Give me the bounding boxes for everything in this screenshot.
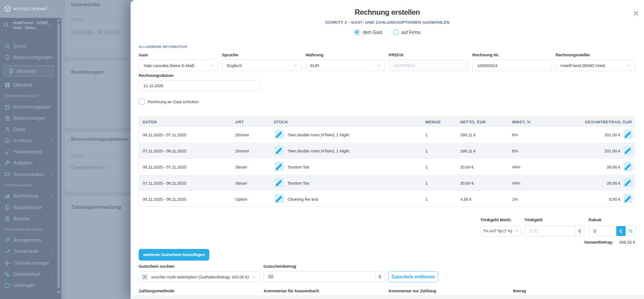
cell-stueck: Tourism Tax [288,164,309,169]
betrag-label: Betrag [513,288,526,293]
prefix-input[interactable]: MYPREFIX- [389,59,468,71]
sidebar-item-label: Zimmertarife [13,249,38,254]
cell-daten: 07.11.2025 - 08.11.2025 [143,181,186,185]
cell-menge: 1 [425,132,428,137]
edit-item-icon[interactable] [275,178,284,187]
sidebar-item-reservierungsplan[interactable]: Reservierungsplan [0,101,56,113]
tip-amount-input[interactable]: 0.00 € [524,226,585,236]
sidebar-item-benachrichtigungen[interactable]: Benachrichtigungen [0,52,56,63]
field-rechnungssteller: Rechnungssteller HotelFriend DEMO Hotel [555,52,635,71]
phone-icon [4,271,10,277]
chevron-right-icon [50,173,54,177]
edit-item-icon[interactable] [275,194,284,203]
edit-item-icon[interactable] [275,162,284,171]
cell-art: Steuer [235,164,247,169]
sidebar-item-channel-manager[interactable]: Channel manager [0,257,56,269]
discount-eur-button[interactable]: € [616,226,626,236]
sidebar-item--bersicht[interactable]: Übersicht [0,80,56,91]
cell-mwst: 44% [512,164,520,169]
cell-netto: 20,60 € [460,181,474,185]
checkbox-icon[interactable] [139,98,145,105]
edit-item-icon[interactable] [275,130,284,139]
cell-mwst: 8% [512,148,518,153]
modal-title: Rechnung erstellen [131,8,644,17]
send-invoice-checkbox-row[interactable]: Rechnung an Gast schicken [139,98,199,105]
sidebar-item-reservierungen[interactable]: Reservierungen [0,113,56,124]
total-label: Gesamtbetrag: [584,240,613,244]
sidebar-item-in-house[interactable]: In-House [0,135,56,146]
sidebar-collapse-icon[interactable] [50,6,55,11]
trend-icon [4,248,10,254]
discount-input[interactable]: 0 € % [589,226,636,236]
waehrung-select[interactable]: EUR [305,59,385,71]
tag-icon [4,237,10,243]
edit-total-icon[interactable] [623,146,633,155]
cell-gesamtbetrag: 29,66 € [607,164,620,169]
sidebar-item-arrangements[interactable]: Arrangements [0,235,56,246]
cell-gesamtbetrag: 29,66 € [607,181,620,185]
cell-netto: 186,11 € [460,132,476,137]
edit-total-icon[interactable] [623,130,633,139]
voucher-amount-input[interactable]: 50 € [263,271,385,282]
card-row-value[interactable]: 06.11.2025 - 08.11.2025 [71,30,119,35]
remove-voucher-button[interactable]: Gutschein entfernen [388,271,438,282]
chart-icon [4,193,10,199]
sidebar-item-suche[interactable]: Suche [0,41,56,52]
card-title: Unterkünfte [71,2,100,7]
edit-item-icon[interactable] [275,146,284,155]
sidebar-item-housekeeping[interactable]: Housekeeping [0,146,56,157]
tip-currency-suffix: € [575,226,584,236]
sidebar-item-label: Kommunikation [13,172,44,177]
cell-art: Option [235,197,247,202]
grid-icon [4,82,10,88]
sidebar-item-aufgaben[interactable]: Aufgaben [0,157,56,168]
sidebar-item-berichte[interactable]: Berichte [0,213,56,224]
sidebar-section-vertrieb-extern: VERTRIEB EXTERN [4,227,42,232]
hotel-selector[interactable]: HotelFriend - DEMO Hotel - Delux... [0,19,56,33]
payment-comment-label: Kommentar zur Zahlung [389,288,436,293]
sidebar-item-kassenb-cher[interactable]: Kassenbücher [0,202,56,213]
sidebar-item-direktverkauf[interactable]: Direktverkauf [0,269,56,280]
voucher-search-select[interactable]: voucher multi redemption (Guthabenbetrag… [139,271,259,282]
rechnungsdatum-input[interactable]: 21.11.2025 [139,80,261,91]
sidebar-section-unterlagen: UNTERLAGEN [4,183,32,187]
edit-total-icon[interactable] [623,178,633,187]
edit-total-icon[interactable] [623,162,633,171]
card-column-label: Daten [71,17,83,22]
sidebar-item-buchhaltung[interactable]: Buchhaltung [0,190,56,202]
chevron-down-icon [514,229,518,233]
tip-vat-select[interactable]: 7% VAT Tip (7 %) [480,226,521,236]
card-title: Bestellungen [71,69,103,75]
cell-stueck: Tourism Tax [288,181,309,185]
sidebar-item-kommunikation[interactable]: Kommunikation [0,169,56,180]
rechnung-nr-input[interactable]: 100093324 [472,59,552,71]
cell-art: Zimmer [235,132,249,137]
sprache-select[interactable]: Englisch [222,59,301,71]
discount-percent-button[interactable]: % [626,226,636,236]
card-row-value[interactable]: Cleaning fee test [71,165,105,170]
radio-auf-firma[interactable]: auf Firma [393,29,420,35]
bell-icon [4,55,10,60]
field-prefix: PREFIX MYPREFIX- [389,52,468,71]
sidebar-item-missionen[interactable]: Missionen [4,65,54,76]
gast-label: Gast [139,52,218,58]
card-column-label: Name [71,153,83,158]
card-title: Zahlungsverwaltung [71,204,121,210]
sidebar-scrollbar[interactable] [57,23,60,288]
sidebar-item-label: Reservierungen [13,116,45,121]
gast-select[interactable]: Kate Lisovska (keine E-Mail) [139,59,218,71]
sidebar-scrollbar-up-icon[interactable] [57,19,60,21]
sidebar-item-g-ste[interactable]: Gäste [0,124,56,135]
sidebar-scrollbar-down-icon[interactable] [57,291,60,294]
table-row: 07.11.2025 - 08.11.2025ZimmerTwin double… [139,143,635,159]
add-voucher-button[interactable]: weiteren Gutschein hinzufügen [139,249,209,261]
voucher-clear-icon[interactable] [142,274,148,280]
sidebar-item-label: Aufgaben [13,160,33,165]
sidebar-item-unterlagen[interactable]: Unterlagen [0,280,56,291]
edit-total-icon[interactable] [623,194,633,203]
radio-dem-gast[interactable]: dem Gast [354,29,382,35]
rechnungssteller-select[interactable]: HotelFriend DEMO Hotel [555,59,635,71]
person-icon [4,126,10,132]
sidebar-item-zimmertarife[interactable]: Zimmertarife [0,246,56,257]
close-icon[interactable] [633,10,639,17]
